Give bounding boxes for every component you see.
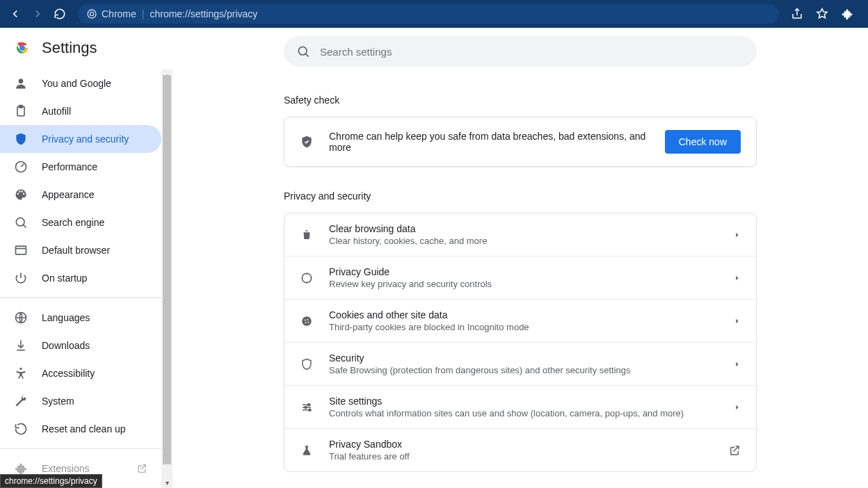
shield-check-icon <box>300 135 314 149</box>
row-subtitle: Clear history, cookies, cache, and more <box>329 236 718 246</box>
chevron-right-icon <box>734 361 741 368</box>
sidebar-item-label: System <box>42 396 74 407</box>
safety-check-card: Chrome can help keep you safe from data … <box>284 117 757 167</box>
bookmark-star-icon[interactable] <box>812 4 832 24</box>
row-privacy-guide[interactable]: Privacy Guide Review key privacy and sec… <box>284 257 756 300</box>
sidebar-item-label: Downloads <box>42 340 90 351</box>
clipboard-icon <box>14 104 28 118</box>
scrollbar-thumb[interactable] <box>163 75 171 464</box>
row-privacy-sandbox[interactable]: Privacy Sandbox Trial features are off <box>284 429 756 471</box>
sidebar-item-label: Appearance <box>42 189 95 200</box>
back-button[interactable] <box>6 4 25 24</box>
sidebar-item-label: Extensions <box>42 463 89 474</box>
browser-toolbar: Chrome | chrome://settings/privacy <box>0 0 868 28</box>
open-external-icon <box>136 463 147 474</box>
sidebar-item-search-engine[interactable]: Search engine <box>0 209 161 236</box>
sidebar-item-label: Languages <box>42 312 90 323</box>
sidebar-scrollbar[interactable]: ▴ ▾ <box>161 70 172 488</box>
search-icon <box>296 44 310 58</box>
svg-point-17 <box>307 318 309 320</box>
sidebar-item-label: On startup <box>42 273 87 284</box>
power-icon <box>14 271 28 285</box>
sidebar-item-reset[interactable]: Reset and clean up <box>0 415 161 443</box>
sidebar-item-label: Search engine <box>42 217 104 228</box>
row-clear-browsing-data[interactable]: Clear browsing data Clear history, cooki… <box>284 213 756 257</box>
safety-check-text: Chrome can help keep you safe from data … <box>329 131 650 153</box>
row-title: Privacy Sandbox <box>329 439 713 450</box>
restore-icon <box>14 422 28 436</box>
row-site-settings[interactable]: Site settings Controls what information … <box>284 386 756 429</box>
sidebar-item-default-browser[interactable]: Default browser <box>0 236 161 264</box>
person-icon <box>14 76 28 90</box>
sidebar-divider <box>0 448 172 449</box>
palette-icon <box>14 188 28 202</box>
globe-icon <box>14 311 28 325</box>
row-subtitle: Trial features are off <box>329 451 713 462</box>
forward-button[interactable] <box>28 4 47 24</box>
open-external-icon <box>728 444 741 457</box>
status-bar-tooltip: chrome://settings/privacy <box>0 474 102 488</box>
chevron-right-icon <box>734 275 741 282</box>
scroll-down-icon[interactable]: ▾ <box>161 477 172 488</box>
row-security[interactable]: Security Safe Browsing (protection from … <box>284 343 756 386</box>
shield-icon <box>14 132 28 146</box>
row-title: Clear browsing data <box>329 223 718 234</box>
sidebar-item-appearance[interactable]: Appearance <box>0 181 161 209</box>
sidebar-item-label: Privacy and security <box>42 133 129 145</box>
sidebar-item-system[interactable]: System <box>0 387 161 415</box>
sidebar: Settings You and Google Autofill Privacy… <box>0 28 172 488</box>
main-content: Safety check Chrome can help keep you sa… <box>172 28 868 488</box>
chevron-right-icon <box>734 231 741 238</box>
svg-point-20 <box>308 403 310 405</box>
svg-point-19 <box>307 321 309 323</box>
section-title-privacy: Privacy and security <box>284 190 757 202</box>
sidebar-item-autofill[interactable]: Autofill <box>0 97 161 125</box>
trash-icon <box>300 229 314 241</box>
sidebar-item-languages[interactable]: Languages <box>0 304 161 332</box>
row-subtitle: Third-party cookies are blocked in Incog… <box>329 322 718 332</box>
url-label: Chrome <box>102 8 136 19</box>
row-subtitle: Controls what information sites can use … <box>329 408 718 418</box>
row-title: Security <box>329 352 718 364</box>
row-subtitle: Review key privacy and security controls <box>329 279 718 289</box>
svg-point-14 <box>302 273 312 283</box>
svg-point-15 <box>302 316 312 326</box>
svg-point-9 <box>16 218 24 226</box>
sidebar-item-downloads[interactable]: Downloads <box>0 332 161 359</box>
sidebar-item-accessibility[interactable]: Accessibility <box>0 359 161 387</box>
svg-point-5 <box>19 79 24 83</box>
row-cookies[interactable]: Cookies and other site data Third-party … <box>284 300 756 343</box>
flask-icon <box>300 444 314 457</box>
browser-icon <box>14 243 28 257</box>
puzzle-icon <box>14 462 28 475</box>
sidebar-item-you-and-google[interactable]: You and Google <box>0 70 161 97</box>
compass-icon <box>300 272 314 284</box>
extensions-puzzle-icon[interactable] <box>837 4 857 24</box>
address-bar[interactable]: Chrome | chrome://settings/privacy <box>78 4 779 24</box>
sliders-icon <box>300 401 314 414</box>
url-divider: | <box>142 8 145 19</box>
svg-point-0 <box>88 10 96 18</box>
sidebar-item-label: Default browser <box>42 245 110 256</box>
check-now-button[interactable]: Check now <box>665 130 741 154</box>
chrome-logo-icon <box>14 40 31 56</box>
search-input[interactable] <box>320 46 744 58</box>
settings-header: Settings <box>0 28 172 65</box>
sidebar-item-label: Performance <box>42 161 97 172</box>
svg-point-1 <box>90 12 93 15</box>
sidebar-item-privacy-security[interactable]: Privacy and security <box>0 125 161 153</box>
settings-search[interactable] <box>284 36 757 67</box>
sidebar-item-label: Autofill <box>42 106 71 117</box>
page-title: Settings <box>42 39 97 57</box>
chevron-right-icon <box>734 318 741 325</box>
sidebar-item-performance[interactable]: Performance <box>0 153 161 181</box>
sidebar-item-label: Reset and clean up <box>42 423 126 434</box>
svg-rect-7 <box>19 106 23 108</box>
share-icon[interactable] <box>787 4 807 24</box>
sidebar-item-on-startup[interactable]: On startup <box>0 264 161 292</box>
sidebar-item-label: You and Google <box>42 78 111 89</box>
row-subtitle: Safe Browsing (protection from dangerous… <box>329 365 718 375</box>
svg-point-18 <box>305 322 307 323</box>
reload-button[interactable] <box>50 4 70 24</box>
svg-point-22 <box>309 409 311 411</box>
